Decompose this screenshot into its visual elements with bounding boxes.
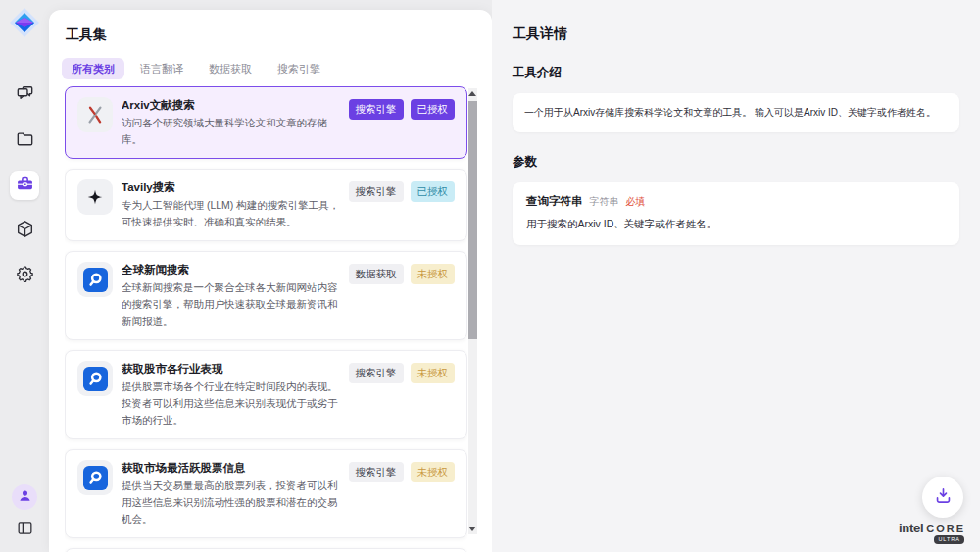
category-badge: 搜索引擎 [349,181,404,202]
tavily-star-icon [77,179,113,215]
cube-icon [15,219,35,242]
tab-language-translation[interactable]: 语言翻译 [130,58,193,79]
tool-name: 获取市场最活跃股票信息 [122,460,343,477]
category-badge: 搜索引擎 [349,363,404,383]
param-description: 用于搜索的Arxiv ID、关键字或作者姓名。 [526,218,946,231]
download-icon [933,485,954,509]
tool-badges: 搜索引擎已授权 [349,97,456,120]
tool-details-panel: 工具详情 工具介绍 一个用于从Arxiv存储库搜索科学论文和文章的工具。 输入可… [492,0,980,552]
params-heading: 参数 [513,154,959,171]
intel-core-logo: intel core ultra [899,521,965,535]
toolbox-icon [15,174,35,197]
tool-description: 提供股票市场各个行业在特定时间段内的表现。投资者可以利用这些信息来识别表现优于或… [122,378,343,428]
intro-box: 一个用于从Arxiv存储库搜索科学论文和文章的工具。 输入可以是Arxiv ID… [513,93,959,132]
intel-brand-text: intel [899,521,923,535]
arxiv-logo-icon [77,97,113,132]
tools-panel: 工具集 所有类别语言翻译数据获取搜索引擎 Arxiv文献搜索访问各个研究领域大量… [49,10,492,552]
auth-status-badge: 已授权 [411,99,456,120]
folder-icon [15,128,35,152]
nav-models-button[interactable] [10,216,39,245]
category-badge: 搜索引擎 [349,462,404,482]
app-logo [9,7,40,38]
tab-data-fetch[interactable]: 数据获取 [199,58,262,79]
param-head: 查询字符串 字符串 必填 [526,194,946,209]
download-button[interactable] [922,477,963,518]
tool-description: 专为人工智能代理 (LLM) 构建的搜索引擎工具，可快速提供实时、准确和真实的结… [122,197,343,230]
param-type: 字符串 [590,195,619,209]
tab-all-categories[interactable]: 所有类别 [62,58,124,79]
category-badge: 数据获取 [349,264,404,284]
tool-card-stock-sector-performance[interactable]: 获取股市各行业表现提供股票市场各个行业在特定时间段内的表现。投资者可以利用这些信… [65,350,467,439]
tool-name: 全球新闻搜索 [122,262,343,278]
tool-description: 全球新闻搜索是一个聚合全球各大新闻网站内容的搜索引擎，帮助用户快速获取全球最新资… [122,279,343,329]
tool-description: 提供当天交易量最高的股票列表，投资者可以利用这些信息来识别流动性强的股票和潜在的… [122,477,343,527]
tool-description: 访问各个研究领域大量科学论文和文章的存储库。 [122,115,343,148]
tools-list: Arxiv文献搜索访问各个研究领域大量科学论文和文章的存储库。搜索引擎已授权Ta… [65,86,467,552]
rail-bottom [0,484,49,541]
user-avatar-icon [17,487,33,507]
blue-search-icon [77,460,113,495]
rail-nav [0,80,49,290]
nav-chat-button[interactable] [10,80,39,110]
nav-files-button[interactable] [10,125,39,155]
tool-badges: 搜索引擎未授权 [349,460,456,482]
tool-name: Arxiv文献搜索 [122,97,343,114]
tool-card-regional-news-query[interactable]: 万维地区新闻查询查询具体行政区划内的新闻，快速了解各地新闻动搜索引擎未授权 [65,548,467,552]
tool-badges: 搜索引擎已授权 [349,179,456,202]
nav-tools-button[interactable] [10,171,39,200]
nav-settings-button[interactable] [10,261,39,290]
tool-name: 获取股市各行业表现 [122,361,343,377]
tool-name: Tavily搜索 [122,179,343,196]
auth-status-badge: 未授权 [411,264,456,284]
tool-card-global-news-search[interactable]: 全球新闻搜索全球新闻搜索是一个聚合全球各大新闻网站内容的搜索引擎，帮助用户快速获… [65,251,467,340]
tool-card-most-active-stocks[interactable]: 获取市场最活跃股票信息提供当天交易量最高的股票列表，投资者可以利用这些信息来识别… [65,449,467,538]
blue-search-icon [77,262,113,297]
auth-status-badge: 未授权 [411,363,456,383]
core-brand-text: core [926,523,965,534]
tab-search-engine[interactable]: 搜索引擎 [268,58,330,79]
nav-rail [0,0,49,552]
collapse-sidebar-button[interactable] [13,518,36,541]
tools-panel-title: 工具集 [66,26,107,44]
user-avatar[interactable] [12,484,37,510]
details-title: 工具详情 [513,25,959,43]
tool-badges: 数据获取未授权 [349,262,456,284]
param-box: 查询字符串 字符串 必填 用于搜索的Arxiv ID、关键字或作者姓名。 [513,182,959,245]
collapse-panel-icon [16,519,34,540]
param-required-badge: 必填 [626,195,646,209]
scrollbar-thumb[interactable] [468,101,477,339]
scroll-up-button[interactable] [468,91,476,96]
tool-card-tavily-search[interactable]: Tavily搜索专为人工智能代理 (LLM) 构建的搜索引擎工具，可快速提供实时… [65,169,467,241]
gear-icon [15,264,35,287]
ultra-brand-badge: ultra [934,535,964,544]
auth-status-badge: 未授权 [411,462,456,482]
tool-badges: 搜索引擎未授权 [349,361,456,383]
intro-heading: 工具介绍 [513,65,959,81]
list-scrollbar[interactable] [468,88,477,534]
auth-status-badge: 已授权 [411,181,456,202]
category-tabs: 所有类别语言翻译数据获取搜索引擎 [62,58,330,79]
category-badge: 搜索引擎 [349,99,404,120]
blue-search-icon [77,361,113,396]
intro-text: 一个用于从Arxiv存储库搜索科学论文和文章的工具。 输入可以是Arxiv ID… [524,107,936,118]
chat-icon [15,83,35,107]
tool-card-arxiv-search[interactable]: Arxiv文献搜索访问各个研究领域大量科学论文和文章的存储库。搜索引擎已授权 [65,86,467,159]
scroll-down-button[interactable] [468,527,476,531]
param-name: 查询字符串 [526,194,583,209]
